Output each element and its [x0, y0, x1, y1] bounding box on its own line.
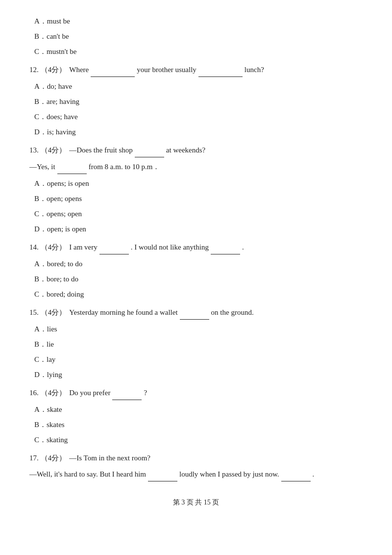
q14-score: （4分）	[41, 241, 67, 254]
page-footer: 第 3 页 共 15 页	[29, 496, 363, 508]
q16-num: 16.	[29, 386, 39, 400]
q12-blank1	[91, 63, 135, 77]
q12-score: （4分）	[41, 63, 67, 76]
question-13: 13. （4分） —Does the fruit shop at weekend…	[29, 144, 363, 157]
q12-option-b: B．are; having	[29, 95, 363, 108]
q13-num: 13.	[29, 144, 39, 157]
q14-option-b: B．bore; to do	[29, 273, 363, 286]
q17-blank2	[281, 468, 311, 481]
q13-blank1	[135, 144, 164, 157]
q17-num: 17.	[29, 452, 39, 465]
option-b-cantbe: B．can't be	[29, 30, 363, 43]
question-15: 15. （4分） Yesterday morning he found a wa…	[29, 306, 363, 320]
q14-end: .	[242, 241, 244, 254]
q16-after: ?	[144, 386, 147, 400]
question-16: 16. （4分） Do you prefer ?	[29, 386, 363, 400]
question-12: 12. （4分） Where your brother usually lunc…	[29, 63, 363, 77]
q13-option-a: A．opens; is open	[29, 177, 363, 190]
q14-option-a: A．bored; to do	[29, 257, 363, 271]
q14-blank1	[99, 241, 129, 254]
q13-sub-text: —Yes, it	[29, 160, 55, 174]
q14-blank2	[211, 241, 240, 254]
q13-option-d: D．open; is open	[29, 223, 363, 236]
q12-mid: your brother usually	[137, 63, 196, 76]
q14-option-c: C．bored; doing	[29, 288, 363, 301]
q14-num: 14.	[29, 241, 39, 254]
q13-sub-after: from 8 a.m. to 10 p.m．	[89, 160, 160, 174]
option-c-mustntbe: C．mustn't be	[29, 45, 363, 58]
q13-after: at weekends?	[166, 144, 205, 157]
q16-blank	[112, 386, 142, 400]
q15-after: on the ground.	[211, 306, 254, 319]
option-a-mustbe: A．must be	[29, 15, 363, 28]
question-17-sub: —Well, it's hard to say. But I heard him…	[29, 468, 363, 481]
question-13-sub: —Yes, it from 8 a.m. to 10 p.m．	[29, 160, 363, 174]
q15-option-a: A．lies	[29, 323, 363, 336]
q12-num: 12.	[29, 63, 39, 76]
q17-sub-mid: loudly when I passed by just now.	[179, 468, 279, 481]
q12-option-a: A．do; have	[29, 80, 363, 93]
q13-blank2	[57, 160, 87, 174]
q16-score: （4分）	[41, 386, 67, 400]
q12-option-c: C．does; have	[29, 110, 363, 124]
q12-blank2	[198, 63, 243, 77]
q15-option-c: C．lay	[29, 353, 363, 366]
q17-text: —Is Tom in the next room?	[69, 452, 150, 465]
q16-option-a: A．skate	[29, 403, 363, 416]
question-17: 17. （4分） —Is Tom in the next room?	[29, 452, 363, 465]
q16-option-c: C．skating	[29, 433, 363, 447]
content-area: A．must be B．can't be C．mustn't be 12. （4…	[29, 15, 363, 481]
q17-score: （4分）	[41, 452, 67, 465]
q16-text: Do you prefer	[69, 386, 110, 400]
q15-option-b: B．lie	[29, 338, 363, 351]
q17-sub-end: .	[313, 468, 315, 481]
q15-text: Yesterday morning he found a wallet	[69, 306, 177, 319]
q16-option-b: B．skates	[29, 418, 363, 431]
q15-score: （4分）	[41, 306, 67, 319]
q17-sub-text: —Well, it's hard to say. But I heard him	[29, 468, 146, 481]
q12-end: lunch?	[245, 63, 264, 76]
q13-score: （4分）	[41, 144, 67, 157]
q15-blank	[180, 306, 209, 320]
q12-option-d: D．is; having	[29, 126, 363, 139]
question-14: 14. （4分） I am very . I would not like an…	[29, 241, 363, 254]
q15-option-d: D．lying	[29, 368, 363, 381]
q13-dash: —Does the fruit shop	[69, 144, 133, 157]
q12-where: Where	[69, 63, 89, 76]
q17-blank1	[148, 468, 177, 481]
q15-num: 15.	[29, 306, 39, 319]
q13-option-c: C．opens; open	[29, 207, 363, 221]
q13-option-b: B．open; opens	[29, 192, 363, 205]
q14-mid: . I would not like anything	[131, 241, 209, 254]
q14-text1: I am very	[69, 241, 97, 254]
